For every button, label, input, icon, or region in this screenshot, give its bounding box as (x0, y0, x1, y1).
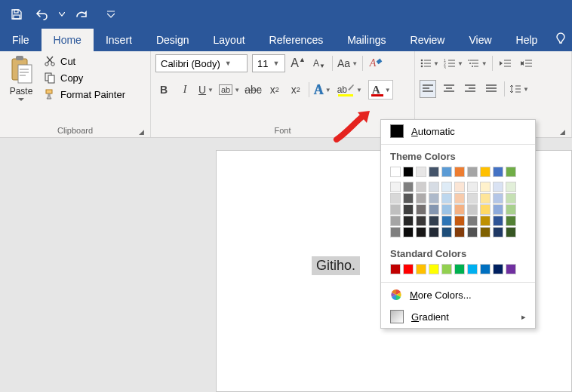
color-swatch[interactable] (416, 216, 426, 226)
customize-qat-icon[interactable] (104, 4, 118, 25)
color-swatch[interactable] (403, 264, 414, 274)
color-swatch[interactable] (480, 227, 491, 237)
selected-text[interactable]: Gitiho. (312, 256, 360, 275)
superscript-button[interactable]: x2 (288, 81, 304, 99)
line-spacing-button[interactable]: ▼ (509, 80, 529, 98)
color-swatch[interactable] (506, 264, 516, 274)
color-swatch[interactable] (403, 193, 414, 204)
decrease-indent-button[interactable] (497, 54, 514, 72)
gradient-item[interactable]: Gradient ▸ (381, 305, 535, 328)
grow-font-button[interactable]: A▲ (290, 54, 306, 72)
highlight-button[interactable]: ab ▼ (336, 81, 364, 99)
color-swatch[interactable] (403, 227, 414, 237)
shrink-font-button[interactable]: A▼ (311, 54, 328, 72)
color-swatch[interactable] (480, 167, 491, 177)
color-swatch[interactable] (390, 167, 401, 177)
align-center-button[interactable] (441, 80, 457, 98)
color-swatch[interactable] (480, 193, 491, 204)
color-swatch[interactable] (429, 204, 439, 215)
color-swatch[interactable] (429, 182, 439, 192)
tab-help[interactable]: Help (504, 29, 550, 51)
color-swatch[interactable] (493, 204, 503, 215)
color-swatch[interactable] (390, 264, 401, 274)
color-swatch[interactable] (416, 193, 426, 204)
color-swatch[interactable] (506, 167, 516, 177)
color-swatch[interactable] (480, 204, 491, 215)
cut-button[interactable]: Cut (42, 54, 127, 68)
color-swatch[interactable] (390, 216, 401, 226)
color-swatch[interactable] (467, 182, 478, 192)
color-swatch[interactable] (429, 216, 439, 226)
color-swatch[interactable] (441, 216, 452, 226)
text-effects-button[interactable]: A▼ (314, 81, 331, 99)
undo-dropdown-icon[interactable] (57, 4, 66, 25)
clipboard-launcher-icon[interactable]: ◢ (139, 128, 144, 136)
color-swatch[interactable] (403, 167, 414, 177)
color-swatch[interactable] (454, 227, 465, 237)
color-swatch[interactable] (506, 182, 516, 192)
color-swatch[interactable] (441, 227, 452, 237)
color-swatch[interactable] (403, 204, 414, 215)
underline-button[interactable]: U▼ (198, 81, 214, 99)
color-swatch[interactable] (429, 227, 439, 237)
color-swatch[interactable] (480, 264, 491, 274)
color-swatch[interactable] (454, 182, 465, 192)
color-swatch[interactable] (390, 182, 401, 192)
color-swatch[interactable] (454, 193, 465, 204)
color-swatch[interactable] (506, 227, 516, 237)
color-swatch[interactable] (441, 264, 452, 274)
tab-insert[interactable]: Insert (94, 29, 144, 51)
format-painter-button[interactable]: Format Painter (42, 87, 127, 101)
font-name-combo[interactable]: Calibri (Body) ▼ (155, 54, 248, 72)
tell-me-icon[interactable] (554, 32, 567, 51)
more-colors-item[interactable]: More Colors... (381, 284, 535, 305)
tab-references[interactable]: References (257, 29, 336, 51)
color-swatch[interactable] (467, 193, 478, 204)
color-swatch[interactable] (429, 264, 439, 274)
increase-indent-button[interactable] (518, 54, 535, 72)
change-case-button[interactable]: Aa▼ (337, 54, 358, 72)
color-swatch[interactable] (390, 227, 401, 237)
color-swatch[interactable] (416, 182, 426, 192)
font-color-button[interactable]: A ▼ (368, 80, 393, 100)
strikethrough-button[interactable]: abc (244, 81, 262, 99)
color-swatch[interactable] (493, 193, 503, 204)
color-swatch[interactable] (416, 264, 426, 274)
justify-button[interactable] (483, 80, 500, 98)
color-swatch[interactable] (493, 182, 503, 192)
paste-button[interactable]: Paste (5, 54, 38, 126)
bullets-button[interactable]: ▼ (420, 54, 439, 72)
align-right-button[interactable] (462, 80, 478, 98)
color-swatch[interactable] (429, 193, 439, 204)
bold-button[interactable]: B (155, 81, 172, 99)
numbering-button[interactable]: 123▼ (444, 54, 463, 72)
tab-mailings[interactable]: Mailings (335, 29, 398, 51)
color-swatch[interactable] (454, 204, 465, 215)
color-swatch[interactable] (506, 193, 516, 204)
color-swatch[interactable] (390, 204, 401, 215)
color-swatch[interactable] (403, 182, 414, 192)
color-swatch[interactable] (467, 264, 478, 274)
color-swatch[interactable] (467, 204, 478, 215)
color-swatch[interactable] (390, 193, 401, 204)
color-swatch[interactable] (454, 167, 465, 177)
tab-home[interactable]: Home (42, 29, 94, 51)
automatic-color-item[interactable]: Automatic (381, 120, 535, 142)
paste-dropdown-icon[interactable] (18, 98, 24, 102)
color-swatch[interactable] (441, 182, 452, 192)
color-swatch[interactable] (403, 216, 414, 226)
color-swatch[interactable] (454, 216, 465, 226)
color-swatch[interactable] (441, 193, 452, 204)
color-swatch[interactable] (506, 204, 516, 215)
color-swatch[interactable] (416, 204, 426, 215)
color-swatch[interactable] (467, 167, 478, 177)
color-swatch[interactable] (416, 167, 426, 177)
color-swatch[interactable] (480, 216, 491, 226)
color-swatch[interactable] (493, 264, 503, 274)
color-swatch[interactable] (454, 264, 465, 274)
color-swatch[interactable] (467, 216, 478, 226)
copy-button[interactable]: Copy (42, 71, 127, 84)
italic-button[interactable]: I (177, 81, 193, 99)
tab-review[interactable]: Review (398, 29, 457, 51)
font-size-combo[interactable]: 11 ▼ (252, 54, 285, 72)
